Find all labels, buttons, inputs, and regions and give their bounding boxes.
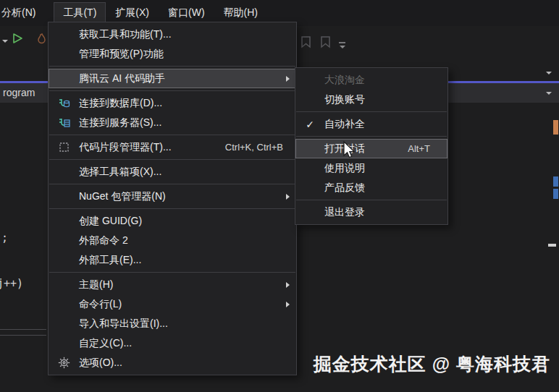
checkmark-icon: ✓ <box>306 119 314 130</box>
shortcut-label: Ctrl+K, Ctrl+B <box>225 142 283 153</box>
submenu-item-auto-complete[interactable]: ✓ 自动补全 <box>295 114 447 134</box>
submenu-item-account-name: 大浪淘金 <box>295 70 447 90</box>
scrollbar-annotation <box>553 176 558 187</box>
menu-item-external-command-2[interactable]: 外部命令 2 <box>49 231 296 250</box>
submenu-item-open-chat[interactable]: 打开对话 Alt+T <box>295 139 447 158</box>
chevron-down-icon[interactable] <box>546 92 552 95</box>
gear-icon <box>49 357 79 369</box>
submenu-arrow-icon <box>286 302 290 307</box>
menu-item-code-snippets-manager[interactable]: 代码片段管理器(T)... Ctrl+K, Ctrl+B <box>49 137 296 157</box>
chevron-down-icon[interactable] <box>2 40 8 43</box>
menu-item-nuget-package-manager[interactable]: NuGet 包管理器(N) <box>49 187 296 206</box>
menu-separator <box>49 135 295 135</box>
database-connect-icon <box>49 98 79 109</box>
tools-menu: 获取工具和功能(T)... 管理和预览(P)功能 腾讯云 AI 代码助手 连接到… <box>48 22 297 375</box>
submenu-item-switch-account[interactable]: 切换账号 <box>295 90 447 109</box>
menu-separator <box>49 159 295 160</box>
menu-separator <box>49 66 295 67</box>
submenu-item-logout[interactable]: 退出登录 <box>295 203 447 222</box>
menu-analyze[interactable]: 分析(N) <box>0 2 45 24</box>
bookmark-icon[interactable] <box>300 35 312 52</box>
menu-separator <box>49 208 295 209</box>
navigation-bar-type-label[interactable]: rogram <box>3 87 35 98</box>
server-connect-icon <box>49 117 79 129</box>
run-button[interactable] <box>11 32 24 48</box>
menu-separator <box>49 272 295 273</box>
menu-item-theme[interactable]: 主题(H) <box>49 275 296 294</box>
submenu-arrow-icon <box>286 194 290 200</box>
bookmark-icon[interactable] <box>319 35 332 52</box>
menu-item-options[interactable]: 选项(O)... <box>49 353 296 372</box>
menu-tools[interactable]: 工具(T) <box>54 2 106 24</box>
code-snippet-icon <box>49 142 79 153</box>
menu-window[interactable]: 窗口(W) <box>159 2 214 24</box>
submenu-arrow-icon <box>286 282 290 288</box>
menu-item-choose-toolbox-items[interactable]: 选择工具箱项(X)... <box>49 162 296 182</box>
mouse-cursor-icon <box>342 141 358 163</box>
menu-item-connect-server[interactable]: 连接到服务器(S)... <box>49 113 296 132</box>
tab-list-dropdown-icon[interactable] <box>546 72 552 74</box>
pane-splitter <box>0 329 46 330</box>
code-fragment: j++) <box>0 277 23 290</box>
ai-assistant-submenu: 大浪淘金 切换账号 ✓ 自动补全 打开对话 Alt+T 使用说明 产品反馈 退出… <box>295 67 448 225</box>
menu-separator <box>296 111 447 112</box>
scrollbar-annotation <box>553 120 558 135</box>
menu-separator <box>296 200 447 200</box>
submenu-arrow-icon <box>286 76 290 82</box>
toolbar-overflow-icon[interactable] <box>339 42 345 48</box>
code-fragment: ; <box>1 231 8 244</box>
menu-help[interactable]: 帮助(H) <box>214 2 267 24</box>
shortcut-label: Alt+T <box>408 143 430 154</box>
submenu-item-product-feedback[interactable]: 产品反馈 <box>295 178 447 197</box>
menu-item-import-export-settings[interactable]: 导入和导出设置(I)... <box>49 314 296 333</box>
menu-item-create-guid[interactable]: 创建 GUID(G) <box>49 211 296 231</box>
menu-item-customize[interactable]: 自定义(C)... <box>49 333 296 353</box>
menu-separator <box>296 136 447 137</box>
hot-reload-icon[interactable] <box>36 33 47 48</box>
submenu-item-usage-guide[interactable]: 使用说明 <box>295 158 447 178</box>
pane-splitter <box>0 335 46 336</box>
menu-separator <box>49 184 295 184</box>
menu-item-connect-database[interactable]: 连接到数据库(D)... <box>49 93 296 113</box>
menu-item-command-line[interactable]: 命令行(L) <box>49 294 296 314</box>
scrollbar-thumb-mark <box>548 244 556 247</box>
menu-item-manage-preview-features[interactable]: 管理和预览(P)功能 <box>49 44 296 64</box>
menu-item-get-tools[interactable]: 获取工具和功能(T)... <box>49 25 296 44</box>
scrollbar-annotation <box>553 189 558 199</box>
watermark-text: 掘金技术社区 @ 粤海科技君 <box>314 352 550 376</box>
menu-separator <box>49 90 295 91</box>
menu-item-external-tools[interactable]: 外部工具(E)... <box>49 250 296 270</box>
menu-extensions[interactable]: 扩展(X) <box>106 2 159 24</box>
menu-item-tencent-ai-assistant[interactable]: 腾讯云 AI 代码助手 <box>49 69 296 88</box>
